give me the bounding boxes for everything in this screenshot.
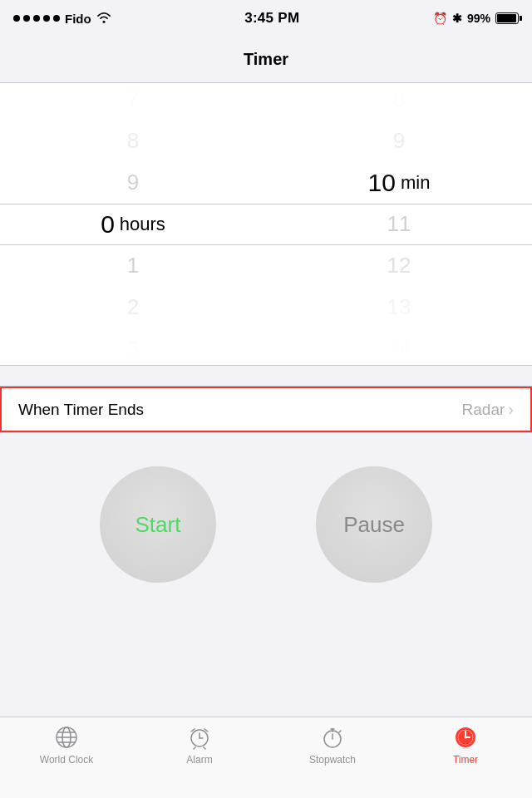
status-left: Fido [13,12,111,26]
picker-columns: 7 8 9 0 hours 1 2 3 8 9 10 min [0,83,532,365]
hour-item-2: 2 [0,287,266,328]
bluetooth-icon: ✱ [452,12,462,25]
time-picker[interactable]: 7 8 9 0 hours 1 2 3 8 9 10 min [0,83,532,366]
timer-icon [452,724,479,751]
svg-point-22 [465,736,467,739]
min-item-9: 9 [266,121,532,162]
alarm-status-icon: ⏰ [433,12,447,25]
status-time: 3:45 PM [244,10,299,27]
start-button[interactable]: Start [100,466,216,583]
svg-line-16 [339,731,341,732]
timer-tab-label: Timer [453,754,478,766]
world-clock-icon [53,724,80,751]
timer-ends-value: Radar [462,401,505,419]
min-item-10: 10 min [266,162,532,204]
alarm-tab-label: Alarm [186,754,212,766]
wifi-icon [96,12,111,26]
status-bar: Fido 3:45 PM ⏰ ✱ 99% [0,0,532,37]
signal-dot-4 [43,15,50,22]
signal-dots [13,15,60,22]
battery-icon [495,12,519,24]
minutes-items: 8 9 10 min 11 12 13 14 [266,83,532,366]
signal-dot-1 [13,15,20,22]
signal-dot-2 [23,15,30,22]
carrier-name: Fido [65,12,91,26]
alarm-icon [186,724,213,751]
timer-ends-label: When Timer Ends [18,401,144,419]
min-item-8: 8 [266,83,532,121]
svg-line-11 [204,747,205,749]
start-label: Start [135,512,181,538]
tab-world-clock[interactable]: World Clock [0,724,133,766]
hour-item-9: 9 [0,162,266,204]
hour-item-0: 0 hours [0,204,266,245]
timer-ends-row[interactable]: When Timer Ends Radar › [0,387,532,432]
tab-bar: World Clock Alarm [0,717,532,798]
chevron-right-icon: › [508,400,514,419]
stopwatch-tab-label: Stopwatch [309,754,356,766]
minutes-column[interactable]: 8 9 10 min 11 12 13 14 [266,83,532,365]
hour-item-1: 1 [0,245,266,287]
settings-section: When Timer Ends Radar › [0,386,532,433]
tab-alarm[interactable]: Alarm [133,724,266,766]
min-item-11: 11 [266,204,532,245]
min-item-14: 14 [266,328,532,367]
stopwatch-icon [319,724,346,751]
tab-stopwatch[interactable]: Stopwatch [266,724,399,766]
status-right: ⏰ ✱ 99% [433,12,519,25]
pause-button[interactable]: Pause [316,466,432,583]
signal-dot-5 [53,15,60,22]
world-clock-tab-label: World Clock [40,754,93,766]
min-item-12: 12 [266,245,532,287]
svg-line-10 [194,747,195,749]
battery-percent: 99% [467,12,490,25]
hour-item-7: 7 [0,83,266,121]
hours-column[interactable]: 7 8 9 0 hours 1 2 3 [0,83,266,365]
page-title: Timer [244,50,288,69]
hour-item-3: 3 [0,328,266,367]
min-item-13: 13 [266,287,532,328]
tab-timer[interactable]: Timer [399,724,532,766]
pause-label: Pause [343,512,405,538]
buttons-area: Start Pause [0,433,532,608]
nav-bar: Timer [0,37,532,83]
signal-dot-3 [33,15,40,22]
timer-ends-value-group: Radar › [462,400,514,419]
hours-items: 7 8 9 0 hours 1 2 3 [0,83,266,366]
hour-item-8: 8 [0,121,266,162]
